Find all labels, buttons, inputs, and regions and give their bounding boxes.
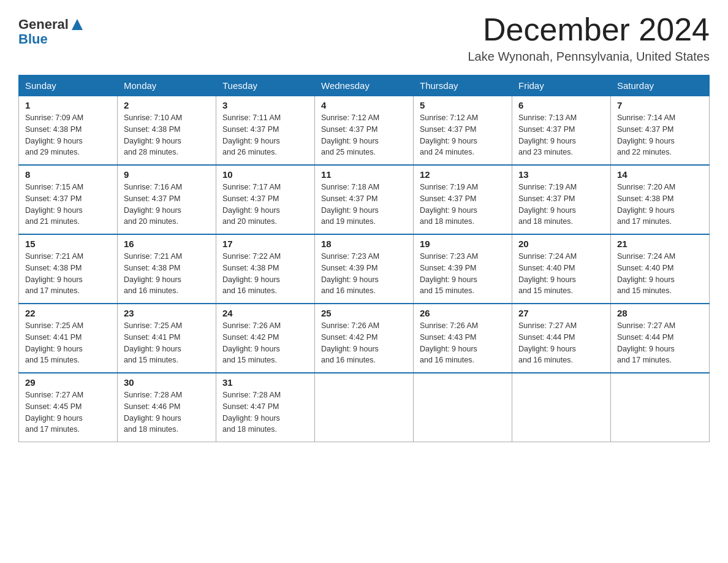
calendar-cell: 2 Sunrise: 7:10 AM Sunset: 4:38 PM Dayli… (118, 96, 216, 166)
calendar-cell (611, 373, 710, 442)
calendar-table: SundayMondayTuesdayWednesdayThursdayFrid… (18, 75, 710, 442)
day-number: 9 (124, 169, 210, 180)
page-header: General Blue December 2024 Lake Wynonah,… (18, 12, 710, 64)
day-info: Sunrise: 7:25 AM Sunset: 4:41 PM Dayligh… (124, 320, 210, 366)
svg-marker-0 (72, 19, 83, 30)
day-number: 13 (518, 169, 604, 180)
day-number: 14 (617, 169, 703, 180)
day-info: Sunrise: 7:26 AM Sunset: 4:42 PM Dayligh… (321, 320, 407, 366)
calendar-cell: 14 Sunrise: 7:20 AM Sunset: 4:38 PM Dayl… (611, 165, 710, 234)
day-number: 18 (321, 239, 407, 249)
day-info: Sunrise: 7:12 AM Sunset: 4:37 PM Dayligh… (321, 112, 407, 158)
day-info: Sunrise: 7:11 AM Sunset: 4:37 PM Dayligh… (222, 112, 308, 158)
day-number: 29 (25, 377, 111, 388)
day-number: 5 (420, 100, 506, 110)
day-number: 11 (321, 169, 407, 180)
calendar-cell: 15 Sunrise: 7:21 AM Sunset: 4:38 PM Dayl… (19, 234, 118, 304)
calendar-cell (315, 373, 414, 442)
weekday-header-row: SundayMondayTuesdayWednesdayThursdayFrid… (19, 75, 710, 96)
calendar-cell: 29 Sunrise: 7:27 AM Sunset: 4:45 PM Dayl… (19, 373, 118, 442)
calendar-cell: 7 Sunrise: 7:14 AM Sunset: 4:37 PM Dayli… (611, 96, 710, 166)
day-info: Sunrise: 7:28 AM Sunset: 4:46 PM Dayligh… (124, 389, 210, 435)
calendar-cell: 13 Sunrise: 7:19 AM Sunset: 4:37 PM Dayl… (512, 165, 611, 234)
day-info: Sunrise: 7:25 AM Sunset: 4:41 PM Dayligh… (25, 320, 111, 366)
calendar-cell: 21 Sunrise: 7:24 AM Sunset: 4:40 PM Dayl… (611, 234, 710, 304)
day-info: Sunrise: 7:15 AM Sunset: 4:37 PM Dayligh… (25, 182, 111, 228)
day-info: Sunrise: 7:19 AM Sunset: 4:37 PM Dayligh… (420, 182, 506, 228)
day-info: Sunrise: 7:23 AM Sunset: 4:39 PM Dayligh… (321, 251, 407, 297)
calendar-week-row: 15 Sunrise: 7:21 AM Sunset: 4:38 PM Dayl… (19, 234, 710, 304)
calendar-cell: 1 Sunrise: 7:09 AM Sunset: 4:38 PM Dayli… (19, 96, 118, 166)
day-info: Sunrise: 7:19 AM Sunset: 4:37 PM Dayligh… (518, 182, 604, 228)
day-info: Sunrise: 7:24 AM Sunset: 4:40 PM Dayligh… (518, 251, 604, 297)
calendar-cell: 11 Sunrise: 7:18 AM Sunset: 4:37 PM Dayl… (315, 165, 414, 234)
day-number: 30 (124, 377, 210, 388)
day-info: Sunrise: 7:23 AM Sunset: 4:39 PM Dayligh… (420, 251, 506, 297)
day-number: 7 (617, 100, 703, 110)
day-number: 26 (420, 308, 506, 318)
day-number: 15 (25, 239, 111, 249)
calendar-week-row: 8 Sunrise: 7:15 AM Sunset: 4:37 PM Dayli… (19, 165, 710, 234)
calendar-cell: 6 Sunrise: 7:13 AM Sunset: 4:37 PM Dayli… (512, 96, 611, 166)
day-info: Sunrise: 7:09 AM Sunset: 4:38 PM Dayligh… (25, 112, 111, 158)
calendar-cell: 25 Sunrise: 7:26 AM Sunset: 4:42 PM Dayl… (315, 304, 414, 373)
calendar-cell: 10 Sunrise: 7:17 AM Sunset: 4:37 PM Dayl… (216, 165, 315, 234)
title-area: December 2024 Lake Wynonah, Pennsylvania… (468, 12, 710, 64)
day-number: 10 (222, 169, 308, 180)
day-number: 28 (617, 308, 703, 318)
calendar-cell: 28 Sunrise: 7:27 AM Sunset: 4:44 PM Dayl… (611, 304, 710, 373)
day-number: 31 (222, 377, 308, 388)
day-info: Sunrise: 7:26 AM Sunset: 4:43 PM Dayligh… (420, 320, 506, 366)
location-title: Lake Wynonah, Pennsylvania, United State… (468, 50, 710, 64)
day-number: 22 (25, 308, 111, 318)
calendar-cell: 18 Sunrise: 7:23 AM Sunset: 4:39 PM Dayl… (315, 234, 414, 304)
day-info: Sunrise: 7:17 AM Sunset: 4:37 PM Dayligh… (222, 182, 308, 228)
day-number: 2 (124, 100, 210, 110)
day-number: 19 (420, 239, 506, 249)
calendar-cell: 19 Sunrise: 7:23 AM Sunset: 4:39 PM Dayl… (414, 234, 512, 304)
day-number: 21 (617, 239, 703, 249)
weekday-header-tuesday: Tuesday (216, 75, 315, 96)
day-info: Sunrise: 7:10 AM Sunset: 4:38 PM Dayligh… (124, 112, 210, 158)
day-number: 27 (518, 308, 604, 318)
day-info: Sunrise: 7:18 AM Sunset: 4:37 PM Dayligh… (321, 182, 407, 228)
calendar-cell: 12 Sunrise: 7:19 AM Sunset: 4:37 PM Dayl… (414, 165, 512, 234)
day-number: 17 (222, 239, 308, 249)
calendar-week-row: 1 Sunrise: 7:09 AM Sunset: 4:38 PM Dayli… (19, 96, 710, 166)
day-info: Sunrise: 7:24 AM Sunset: 4:40 PM Dayligh… (617, 251, 703, 297)
day-number: 20 (518, 239, 604, 249)
calendar-cell: 27 Sunrise: 7:27 AM Sunset: 4:44 PM Dayl… (512, 304, 611, 373)
logo: General Blue (18, 12, 84, 47)
day-info: Sunrise: 7:12 AM Sunset: 4:37 PM Dayligh… (420, 112, 506, 158)
day-info: Sunrise: 7:13 AM Sunset: 4:37 PM Dayligh… (518, 112, 604, 158)
calendar-cell: 16 Sunrise: 7:21 AM Sunset: 4:38 PM Dayl… (118, 234, 216, 304)
day-number: 16 (124, 239, 210, 249)
calendar-cell: 9 Sunrise: 7:16 AM Sunset: 4:37 PM Dayli… (118, 165, 216, 234)
day-info: Sunrise: 7:20 AM Sunset: 4:38 PM Dayligh… (617, 182, 703, 228)
day-info: Sunrise: 7:14 AM Sunset: 4:37 PM Dayligh… (617, 112, 703, 158)
calendar-cell: 24 Sunrise: 7:26 AM Sunset: 4:42 PM Dayl… (216, 304, 315, 373)
day-number: 1 (25, 100, 111, 110)
weekday-header-monday: Monday (118, 75, 216, 96)
calendar-cell: 30 Sunrise: 7:28 AM Sunset: 4:46 PM Dayl… (118, 373, 216, 442)
month-title: December 2024 (468, 12, 710, 47)
day-number: 4 (321, 100, 407, 110)
weekday-header-sunday: Sunday (19, 75, 118, 96)
weekday-header-saturday: Saturday (611, 75, 710, 96)
day-info: Sunrise: 7:22 AM Sunset: 4:38 PM Dayligh… (222, 251, 308, 297)
calendar-cell: 31 Sunrise: 7:28 AM Sunset: 4:47 PM Dayl… (216, 373, 315, 442)
day-info: Sunrise: 7:27 AM Sunset: 4:45 PM Dayligh… (25, 389, 111, 435)
day-info: Sunrise: 7:27 AM Sunset: 4:44 PM Dayligh… (617, 320, 703, 366)
logo-text-blue: Blue (18, 31, 48, 47)
calendar-cell (512, 373, 611, 442)
calendar-cell: 8 Sunrise: 7:15 AM Sunset: 4:37 PM Dayli… (19, 165, 118, 234)
calendar-cell: 22 Sunrise: 7:25 AM Sunset: 4:41 PM Dayl… (19, 304, 118, 373)
day-info: Sunrise: 7:28 AM Sunset: 4:47 PM Dayligh… (222, 389, 308, 435)
calendar-week-row: 22 Sunrise: 7:25 AM Sunset: 4:41 PM Dayl… (19, 304, 710, 373)
day-number: 12 (420, 169, 506, 180)
calendar-cell: 17 Sunrise: 7:22 AM Sunset: 4:38 PM Dayl… (216, 234, 315, 304)
day-number: 25 (321, 308, 407, 318)
calendar-cell: 20 Sunrise: 7:24 AM Sunset: 4:40 PM Dayl… (512, 234, 611, 304)
calendar-cell: 23 Sunrise: 7:25 AM Sunset: 4:41 PM Dayl… (118, 304, 216, 373)
day-number: 8 (25, 169, 111, 180)
